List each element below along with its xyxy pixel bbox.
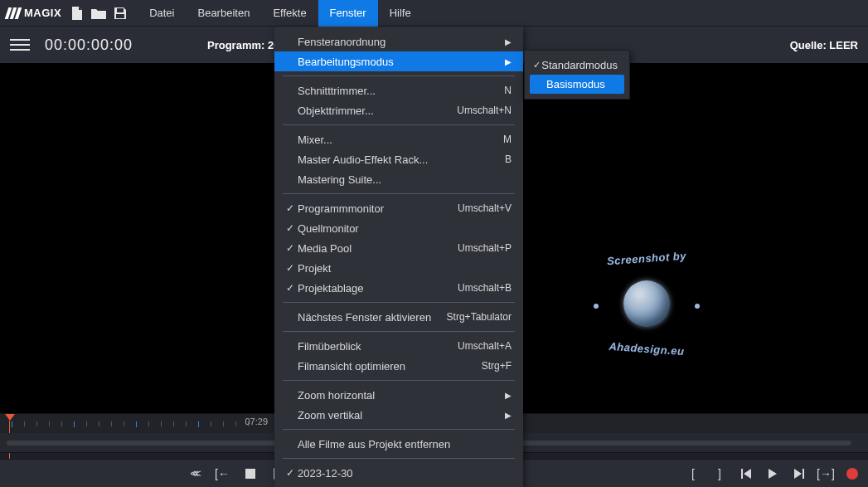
play-icon-2[interactable] xyxy=(765,466,780,481)
menu-item-schnitttrimmer-[interactable]: Schnitttrimmer...N xyxy=(274,80,523,100)
menu-item-bearbeitungsmodus[interactable]: Bearbeitungsmodus▶ xyxy=(274,51,523,71)
menu-item-alle-filme-aus-projekt-entfernen[interactable]: Alle Filme aus Projekt entfernen xyxy=(274,434,523,454)
skip-next-icon[interactable] xyxy=(792,466,807,481)
menu-effekte[interactable]: Effekte xyxy=(261,0,318,27)
menubar: MAGIX DateiBearbeitenEffekteFensterHilfe xyxy=(0,0,868,27)
menu-item-zoom-horizontal[interactable]: Zoom horizontal▶ xyxy=(274,385,523,405)
menu-bearbeiten[interactable]: Bearbeiten xyxy=(186,0,261,27)
hamburger-icon[interactable] xyxy=(10,39,30,51)
bearbeitungsmodus-submenu: ✓StandardmodusBasismodus xyxy=(524,50,630,100)
menu-datei[interactable]: Datei xyxy=(138,0,186,27)
new-file-icon[interactable] xyxy=(68,4,86,22)
menu-item-projektablage[interactable]: ✓ProjektablageUmschalt+B xyxy=(274,278,523,298)
expand-left-icon[interactable]: <<< xyxy=(187,466,201,481)
save-icon[interactable] xyxy=(111,4,129,22)
timecode-display: 00:00:00:00 xyxy=(45,37,133,54)
menu-item-media-pool[interactable]: ✓Media PoolUmschalt+P xyxy=(274,238,523,258)
menu-item-programmmonitor[interactable]: ✓ProgrammmonitorUmschalt+V xyxy=(274,198,523,218)
ruler-time-label: 07:29 xyxy=(245,416,268,426)
menu-item-mixer-[interactable]: Mixer...M xyxy=(274,129,523,149)
range-in-icon[interactable]: [ xyxy=(686,466,701,481)
menu-item-2023-12-30[interactable]: ✓2023-12-30 xyxy=(274,463,523,483)
menu-item-fensteranordnung[interactable]: Fensteranordnung▶ xyxy=(274,32,523,51)
mark-in-icon[interactable]: [← xyxy=(215,466,230,481)
submenu-standardmodus[interactable]: ✓Standardmodus xyxy=(530,56,624,75)
stop-icon[interactable] xyxy=(243,466,258,481)
menu-hilfe[interactable]: Hilfe xyxy=(378,0,423,27)
menu-item-master-audio-effekt-rack-[interactable]: Master Audio-Effekt Rack...B xyxy=(274,149,523,169)
record-button[interactable] xyxy=(845,466,860,481)
app-logo: MAGIX xyxy=(7,7,61,19)
menu-item-objekttrimmer-[interactable]: Objekttrimmer...Umschalt+N xyxy=(274,100,523,120)
range-out-icon[interactable]: ] xyxy=(712,466,727,481)
menu-item-quellmonitor[interactable]: ✓Quellmonitor xyxy=(274,218,523,238)
program-label: Programm: 20 xyxy=(207,39,279,51)
menu-item-mastering-suite-[interactable]: Mastering Suite... xyxy=(274,169,523,189)
file-icon-group xyxy=(68,4,129,22)
menu-items: DateiBearbeitenEffekteFensterHilfe xyxy=(138,0,423,27)
fenster-dropdown: Fensteranordnung▶Bearbeitungsmodus▶Schni… xyxy=(274,27,523,487)
menu-item-n-chstes-fenster-aktivieren[interactable]: Nächstes Fenster aktivierenStrg+Tabulato… xyxy=(274,307,523,327)
source-label: Quelle: LEER xyxy=(790,39,858,51)
svg-rect-2 xyxy=(245,469,255,479)
go-end-icon[interactable]: [→] xyxy=(818,466,833,481)
logo-text: MAGIX xyxy=(24,7,61,19)
menu-item-projekt[interactable]: ✓Projekt xyxy=(274,258,523,278)
menu-item-zoom-vertikal[interactable]: Zoom vertikal▶ xyxy=(274,405,523,425)
svg-rect-0 xyxy=(117,8,124,12)
menu-item-filmansicht-optimieren[interactable]: Filmansicht optimierenStrg+F xyxy=(274,356,523,376)
submenu-basismodus[interactable]: Basismodus xyxy=(530,75,624,94)
magix-logo-icon xyxy=(7,7,20,19)
menu-fenster[interactable]: Fenster xyxy=(318,0,378,27)
menu-item-film-berblick[interactable]: FilmüberblickUmschalt+A xyxy=(274,336,523,356)
svg-rect-1 xyxy=(116,14,124,18)
skip-prev-icon[interactable] xyxy=(739,466,754,481)
open-folder-icon[interactable] xyxy=(90,4,108,22)
